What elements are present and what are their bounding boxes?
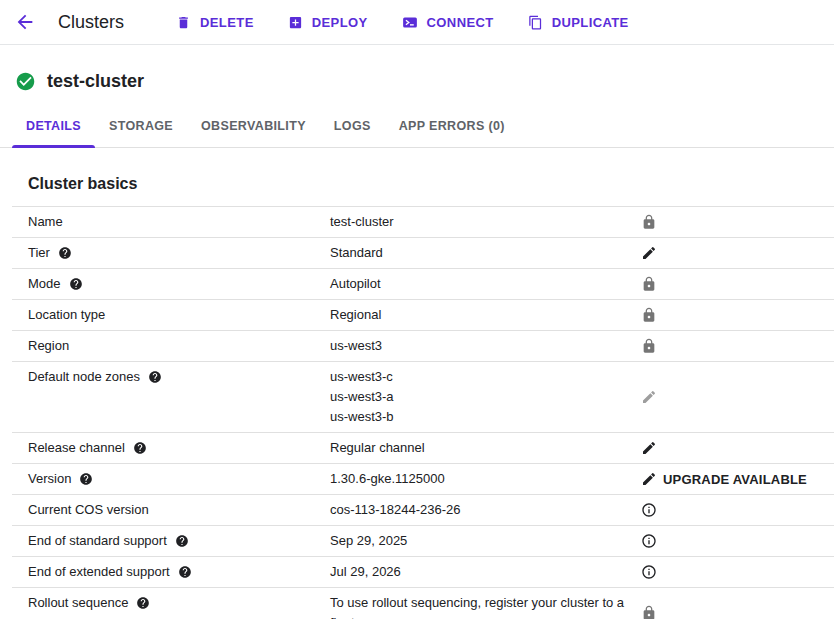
help-icon[interactable] <box>175 534 189 548</box>
row-label-text: End of standard support <box>28 531 167 551</box>
table-row: Current COS versioncos-113-18244-236-26 <box>12 495 834 526</box>
upgrade-available-button[interactable]: UPGRADE AVAILABLE <box>641 471 807 487</box>
row-label: End of extended support <box>12 562 330 582</box>
table-row: End of extended supportJul 29, 2026 <box>12 557 834 588</box>
lock-icon <box>641 605 657 619</box>
help-icon-glyph <box>148 370 162 384</box>
tab-observability[interactable]: OBSERVABILITY <box>187 106 320 147</box>
help-icon-glyph <box>178 565 192 579</box>
row-value: Autopilot <box>330 274 630 294</box>
table-row: Rollout sequenceTo use rollout sequencin… <box>12 588 834 619</box>
help-icon-glyph <box>175 534 189 548</box>
row-label: Tier <box>12 243 330 263</box>
row-value: Regional <box>330 305 630 325</box>
delete-icon <box>176 15 191 30</box>
row-action <box>641 338 657 354</box>
row-value: Regular channel <box>330 438 630 458</box>
row-value-line: us-west3-b <box>330 407 630 427</box>
info-button[interactable] <box>641 564 657 580</box>
help-icon-glyph <box>79 472 93 486</box>
row-action <box>641 389 657 405</box>
help-icon[interactable] <box>178 565 192 579</box>
help-icon[interactable] <box>133 441 147 455</box>
row-label: Name <box>12 212 330 232</box>
row-label-text: Version <box>28 469 71 489</box>
row-value: To use rollout sequencing, register your… <box>330 593 630 619</box>
lock-icon <box>641 307 657 323</box>
row-label-text: Region <box>28 336 69 356</box>
edit-icon <box>641 440 657 456</box>
edit-icon-disabled <box>641 389 657 405</box>
tab-app-errors[interactable]: APP ERRORS (0) <box>385 106 519 147</box>
connect-icon <box>402 15 418 30</box>
row-action <box>641 502 657 518</box>
help-icon[interactable] <box>69 277 83 291</box>
info-icon <box>641 564 657 580</box>
page-title: Clusters <box>58 12 124 33</box>
info-button[interactable] <box>641 533 657 549</box>
connect-button-label: CONNECT <box>427 15 494 30</box>
row-label-text: Location type <box>28 305 105 325</box>
row-label: Location type <box>12 305 330 325</box>
row-value-line: Jul 29, 2026 <box>330 562 630 582</box>
table-row: Regionus-west3 <box>12 331 834 362</box>
row-label: Current COS version <box>12 500 330 520</box>
row-label-text: Mode <box>28 274 61 294</box>
row-label-text: Default node zones <box>28 367 140 387</box>
table-row: Release channelRegular channel <box>12 433 834 464</box>
help-icon[interactable] <box>79 472 93 486</box>
row-value-line: us-west3-c <box>330 367 630 387</box>
toolbar-actions: DELETE DEPLOY CONNECT DUPLICATE <box>164 7 641 38</box>
connect-button[interactable]: CONNECT <box>390 7 506 38</box>
row-value-line: Sep 29, 2025 <box>330 531 630 551</box>
row-label-text: End of extended support <box>28 562 170 582</box>
tab-logs[interactable]: LOGS <box>320 106 385 147</box>
table-row: ModeAutopilot <box>12 269 834 300</box>
row-value-line: cos-113-18244-236-26 <box>330 500 630 520</box>
help-icon[interactable] <box>136 596 150 610</box>
row-label: Region <box>12 336 330 356</box>
lock-icon <box>641 276 657 292</box>
row-action: UPGRADE AVAILABLE <box>641 471 807 487</box>
deploy-button[interactable]: DEPLOY <box>276 7 380 38</box>
edit-button[interactable] <box>641 245 657 261</box>
row-value: Standard <box>330 243 630 263</box>
info-button[interactable] <box>641 502 657 518</box>
deploy-icon <box>288 15 303 30</box>
row-label-text: Release channel <box>28 438 125 458</box>
tab-storage[interactable]: STORAGE <box>95 106 187 147</box>
row-action <box>641 533 657 549</box>
edit-button[interactable] <box>641 440 657 456</box>
row-label: Rollout sequence <box>12 593 330 613</box>
lock-icon <box>641 214 657 230</box>
row-label: Release channel <box>12 438 330 458</box>
row-value: Sep 29, 2025 <box>330 531 630 551</box>
row-value: cos-113-18244-236-26 <box>330 500 630 520</box>
lock-icon <box>641 338 657 354</box>
help-icon-glyph <box>136 596 150 610</box>
toolbar: Clusters DELETE DEPLOY CONNECT DUPLICATE <box>0 0 834 45</box>
row-value: 1.30.6-gke.1125000 <box>330 469 630 489</box>
row-label: Mode <box>12 274 330 294</box>
help-icon[interactable] <box>148 370 162 384</box>
help-icon-glyph <box>58 246 72 260</box>
duplicate-button[interactable]: DUPLICATE <box>516 7 641 38</box>
edit-icon <box>641 471 657 487</box>
row-value-line: us-west3-a <box>330 387 630 407</box>
tab-details[interactable]: DETAILS <box>12 106 95 147</box>
back-arrow-icon[interactable] <box>14 11 36 33</box>
help-icon[interactable] <box>58 246 72 260</box>
row-value-line: 1.30.6-gke.1125000 <box>330 469 630 489</box>
row-action <box>641 276 657 292</box>
table-row: TierStandard <box>12 238 834 269</box>
info-icon <box>641 533 657 549</box>
row-value-line: Standard <box>330 243 630 263</box>
delete-button-label: DELETE <box>200 15 254 30</box>
table-row: Nametest-cluster <box>12 207 834 238</box>
row-value-line: us-west3 <box>330 336 630 356</box>
row-value-line: test-cluster <box>330 212 630 232</box>
row-action <box>641 564 657 580</box>
delete-button[interactable]: DELETE <box>164 7 266 38</box>
table-row: Version1.30.6-gke.1125000UPGRADE AVAILAB… <box>12 464 834 495</box>
cluster-name: test-cluster <box>47 71 144 92</box>
